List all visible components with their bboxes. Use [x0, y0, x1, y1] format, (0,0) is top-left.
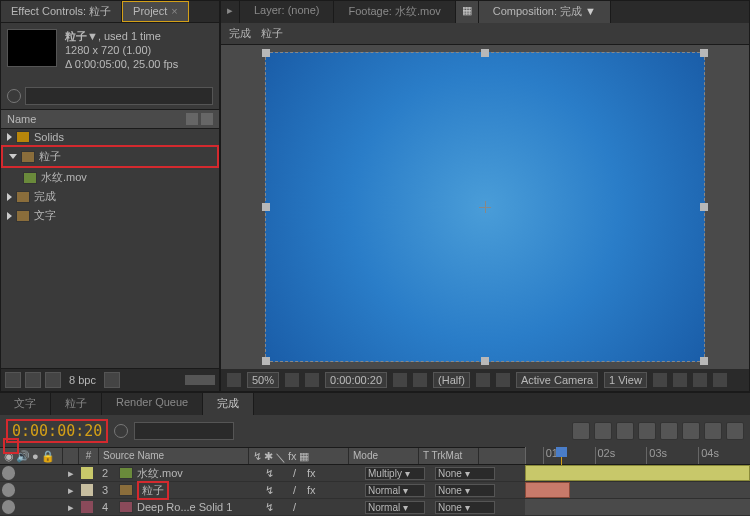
- pixel-aspect-icon[interactable]: [653, 373, 667, 387]
- shy-icon: ↯: [253, 450, 262, 462]
- visibility-toggle[interactable]: [2, 466, 15, 480]
- layer-clip[interactable]: [525, 465, 750, 481]
- graph-editor-icon[interactable]: [726, 422, 744, 440]
- flowchart-icon[interactable]: [713, 373, 727, 387]
- timeline-tab-wancheng[interactable]: 完成: [203, 393, 254, 415]
- transform-handle[interactable]: [481, 49, 489, 57]
- project-item-wenzi[interactable]: 文字: [1, 206, 219, 225]
- current-time[interactable]: 0:00:00:20: [325, 372, 387, 388]
- layer-type-icon: [119, 501, 133, 513]
- search-icon[interactable]: [114, 424, 128, 438]
- fx-icon: fx: [288, 450, 297, 462]
- brainstorm-icon[interactable]: [682, 422, 700, 440]
- blend-mode-selector[interactable]: Multiply ▾: [365, 467, 425, 480]
- transform-handle[interactable]: [700, 203, 708, 211]
- timeline-tab-render[interactable]: Render Queue: [102, 393, 203, 415]
- layer-color[interactable]: [79, 501, 95, 513]
- comp-name: 粒子▼: [65, 30, 98, 42]
- tab-footage[interactable]: Footage: 水纹.mov: [334, 1, 455, 23]
- timeline-search-input[interactable]: [134, 422, 234, 440]
- layer-color[interactable]: [79, 467, 95, 479]
- subtab-wancheng[interactable]: 完成: [229, 26, 251, 41]
- hide-shy-icon[interactable]: [616, 422, 634, 440]
- tab-project[interactable]: Project×: [122, 1, 189, 22]
- blend-mode-selector[interactable]: Normal ▾: [365, 501, 425, 514]
- column-name-header[interactable]: Name: [7, 113, 36, 125]
- layer-color[interactable]: [79, 484, 95, 496]
- tab-composition[interactable]: Composition: 完成 ▼: [479, 1, 611, 23]
- layer-row[interactable]: ▸ 2 水纹.mov ↯/fx Multiply ▾ None ▾: [0, 465, 525, 482]
- resolution-selector[interactable]: (Half): [433, 372, 470, 388]
- mode-header[interactable]: Mode: [349, 448, 419, 464]
- comp-mini-flowchart-icon[interactable]: [572, 422, 590, 440]
- transform-handle[interactable]: [262, 357, 270, 365]
- project-thumbnail: [7, 29, 57, 67]
- project-item-lizi[interactable]: 粒子: [1, 145, 219, 168]
- comp-duration: Δ 0:00:05:00, 25.00 fps: [65, 57, 178, 71]
- frame-blend-icon[interactable]: [638, 422, 656, 440]
- fast-preview-icon[interactable]: [673, 373, 687, 387]
- trkmat-selector[interactable]: None ▾: [435, 501, 495, 514]
- layer-number-header[interactable]: #: [79, 448, 99, 464]
- timeline-tab-wenzi[interactable]: 文字: [0, 393, 51, 415]
- camera-selector[interactable]: Active Camera: [516, 372, 598, 388]
- search-icon[interactable]: [7, 89, 21, 103]
- roi-icon[interactable]: [476, 373, 490, 387]
- current-timecode[interactable]: 0:00:00:20: [6, 419, 108, 443]
- transform-handle[interactable]: [700, 357, 708, 365]
- composition-canvas[interactable]: [221, 45, 749, 369]
- visibility-toggle[interactable]: [2, 500, 15, 514]
- layer-row[interactable]: ▸ 3 粒子 ↯/fx Normal ▾ None ▾: [0, 482, 525, 499]
- new-comp-icon[interactable]: [45, 372, 61, 388]
- grid-icon[interactable]: [227, 373, 241, 387]
- snapshot-icon[interactable]: [393, 373, 407, 387]
- source-name-header[interactable]: Source Name: [99, 448, 249, 464]
- blend-mode-selector[interactable]: Normal ▾: [365, 484, 425, 497]
- trkmat-header[interactable]: T TrkMat: [419, 448, 479, 464]
- project-item-shuiwen[interactable]: 水纹.mov: [17, 168, 219, 187]
- comp-nav-icon[interactable]: ▦: [456, 1, 479, 23]
- transform-handle[interactable]: [481, 357, 489, 365]
- transform-handle[interactable]: [262, 203, 270, 211]
- layer-row[interactable]: ▸ 4 Deep Ro...e Solid 1 ↯/ Normal ▾ None…: [0, 499, 525, 516]
- comp-icon: [16, 191, 30, 203]
- project-item-wancheng[interactable]: 完成: [1, 187, 219, 206]
- view-layout-selector[interactable]: 1 View: [604, 372, 647, 388]
- motion-blur-icon[interactable]: [660, 422, 678, 440]
- timeline-icon[interactable]: [693, 373, 707, 387]
- scrollbar[interactable]: [185, 375, 215, 385]
- auto-keyframe-icon[interactable]: [704, 422, 722, 440]
- trkmat-selector[interactable]: None ▾: [435, 467, 495, 480]
- solo-col-icon[interactable]: ●: [32, 450, 39, 462]
- transform-handle[interactable]: [700, 49, 708, 57]
- transparency-icon[interactable]: [496, 373, 510, 387]
- header-icon[interactable]: [186, 113, 198, 125]
- transform-handle[interactable]: [262, 49, 270, 57]
- project-search-input[interactable]: [25, 87, 213, 105]
- channel-icon[interactable]: [413, 373, 427, 387]
- timeline-tab-lizi[interactable]: 粒子: [51, 393, 102, 415]
- anchor-point-icon[interactable]: [479, 201, 491, 213]
- lock-col-icon[interactable]: 🔒: [41, 450, 55, 462]
- visibility-toggle[interactable]: [2, 483, 15, 497]
- trkmat-selector[interactable]: None ▾: [435, 484, 495, 497]
- delete-icon[interactable]: [104, 372, 120, 388]
- aspect-icon[interactable]: [285, 373, 299, 387]
- close-icon[interactable]: ×: [171, 5, 177, 17]
- zoom-selector[interactable]: 50%: [247, 372, 279, 388]
- viewer-lock-icon[interactable]: ▸: [221, 1, 240, 23]
- safe-zones-icon[interactable]: [305, 373, 319, 387]
- bpc-label[interactable]: 8 bpc: [65, 372, 100, 388]
- subtab-lizi[interactable]: 粒子: [261, 26, 283, 41]
- layer-type-icon: [119, 484, 133, 496]
- project-list[interactable]: Solids 粒子 水纹.mov 完成 文字: [1, 129, 219, 368]
- draft-3d-icon[interactable]: [594, 422, 612, 440]
- tab-effect-controls[interactable]: Effect Controls: 粒子: [1, 1, 122, 22]
- project-item-solids[interactable]: Solids: [1, 129, 219, 145]
- layer-clip[interactable]: [525, 482, 570, 498]
- interpret-footage-icon[interactable]: [5, 372, 21, 388]
- new-folder-icon[interactable]: [25, 372, 41, 388]
- tab-layer[interactable]: Layer: (none): [240, 1, 334, 23]
- layer-clip[interactable]: [525, 499, 750, 515]
- header-icon[interactable]: [201, 113, 213, 125]
